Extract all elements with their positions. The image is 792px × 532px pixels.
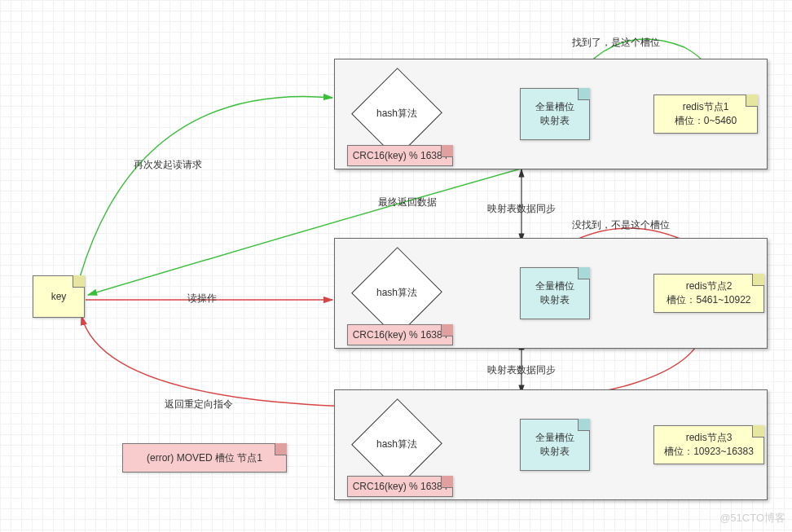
label-return-data: 最终返回数据: [378, 196, 437, 209]
error-moved-note: (error) MOVED 槽位 节点1: [122, 443, 287, 473]
label-read-op: 读操作: [187, 292, 217, 306]
mapping-table-1: 全量槽位 映射表: [520, 88, 590, 140]
label-retry-read: 再次发起读请求: [134, 158, 202, 172]
node1-l1: redis节点1: [683, 100, 729, 114]
crc-text-2: CRC16(key) % 16384: [353, 328, 448, 342]
label-found: 找到了，是这个槽位: [572, 36, 660, 50]
crc-note-2: CRC16(key) % 16384: [347, 324, 453, 345]
mapping-table-2: 全量槽位 映射表: [520, 267, 590, 319]
hash-diamond-2: hash算法: [365, 261, 429, 324]
mapping-table-3: 全量槽位 映射表: [520, 419, 590, 471]
crc-text-3: CRC16(key) % 16384: [353, 480, 448, 494]
key-note: key: [33, 275, 85, 318]
crc-note-1: CRC16(key) % 16384: [347, 145, 453, 166]
watermark: @51CTO博客: [719, 511, 785, 525]
label-sync-2: 映射表数据同步: [481, 363, 562, 377]
hash-label-2: hash算法: [376, 286, 417, 300]
node3-l1: redis节点3: [686, 431, 733, 445]
label-sync-1: 映射表数据同步: [481, 202, 562, 216]
hash-label-1: hash算法: [376, 107, 417, 121]
crc-note-3: CRC16(key) % 16384: [347, 476, 453, 497]
redis-node-1: redis节点1 槽位：0~5460: [653, 95, 758, 134]
mapping-l2-3: 映射表: [540, 445, 570, 459]
redis-node-2: redis节点2 槽位：5461~10922: [653, 274, 764, 313]
mapping-l1-2: 全量槽位: [535, 279, 574, 293]
label-not-found: 没找到，不是这个槽位: [572, 218, 670, 232]
node2-l2: 槽位：5461~10922: [667, 293, 750, 307]
key-label: key: [51, 290, 67, 304]
redis-node-3: redis节点3 槽位：10923~16383: [653, 425, 764, 464]
mapping-l1-3: 全量槽位: [535, 431, 574, 445]
hash-diamond-1: hash算法: [365, 81, 429, 145]
mapping-l2-1: 映射表: [540, 114, 570, 128]
error-moved-text: (error) MOVED 槽位 节点1: [147, 451, 262, 465]
node2-l1: redis节点2: [686, 279, 733, 293]
label-return-redirect: 返回重定向指令: [165, 398, 233, 411]
node1-l2: 槽位：0~5460: [675, 114, 737, 128]
mapping-l1-1: 全量槽位: [535, 100, 574, 114]
hash-diamond-3: hash算法: [365, 412, 429, 476]
crc-text-1: CRC16(key) % 16384: [353, 149, 448, 163]
hash-label-3: hash算法: [376, 437, 417, 451]
node3-l2: 槽位：10923~16383: [664, 445, 754, 459]
mapping-l2-2: 映射表: [540, 293, 570, 307]
